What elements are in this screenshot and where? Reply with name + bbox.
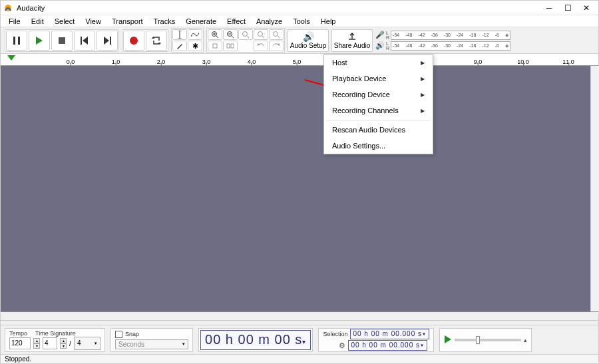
gear-icon[interactable]: ⚙ (339, 341, 345, 350)
meters-group: 🎤 LR -54-48-42-36-30-24-18-12-6◆ 🔊 LR -5… (375, 31, 510, 51)
svg-rect-1 (13, 37, 15, 45)
tempo-panel: Tempo Time Signature ▴▾ ▴▾ / 4▾ (5, 328, 105, 352)
svg-rect-30 (231, 44, 234, 48)
fit-project-button[interactable] (254, 29, 268, 40)
tempo-label: Tempo (9, 330, 27, 337)
minimize-button[interactable]: ─ (540, 1, 558, 15)
stop-button[interactable] (51, 31, 73, 51)
record-group (122, 29, 168, 52)
svg-rect-7 (110, 37, 111, 45)
menu-file[interactable]: File (3, 16, 26, 27)
svg-rect-29 (227, 44, 230, 48)
share-icon (347, 31, 357, 42)
selection-panel: Selection 00 h 00 m 00.000 s▾ ⚙ 00 h 00 … (318, 328, 434, 352)
record-button[interactable] (123, 31, 144, 51)
svg-rect-2 (18, 37, 20, 45)
svg-marker-3 (36, 37, 43, 45)
svg-line-20 (232, 36, 234, 38)
selection-tool[interactable] (172, 29, 187, 40)
dropdown-host[interactable]: Host▶ (324, 55, 433, 71)
horizontal-scrollbar[interactable] (1, 312, 598, 321)
tempo-input[interactable] (9, 337, 31, 349)
play-button[interactable] (29, 31, 50, 51)
svg-marker-6 (83, 37, 88, 45)
speaker-meter-icon[interactable]: 🔊 (375, 41, 385, 51)
dropdown-recording-device[interactable]: Recording Device▶ (324, 87, 433, 102)
menu-tracks[interactable]: Tracks (148, 16, 181, 27)
svg-point-22 (243, 32, 248, 37)
menu-view[interactable]: View (80, 16, 106, 27)
dropdown-playback-device[interactable]: Playback Device▶ (324, 71, 433, 87)
dropdown-rescan[interactable]: Rescan Audio Devices (324, 122, 433, 138)
timeline-ruler[interactable]: 0.0 1.0 2.0 3.0 4.0 5.0 9.0 10.0 11.0 (1, 54, 598, 66)
menu-analyze[interactable]: Analyze (251, 16, 288, 27)
dropdown-audio-settings[interactable]: Audio Settings... (324, 138, 433, 154)
app-title: Audacity (17, 4, 45, 12)
play-at-speed-button[interactable] (444, 335, 452, 345)
zoom-group (206, 28, 285, 53)
window-controls: ─ ☐ ✕ (540, 1, 596, 15)
svg-line-16 (216, 36, 218, 38)
mic-icon[interactable]: 🎤 (375, 31, 385, 40)
dropdown-separator (327, 120, 430, 120)
selection-end[interactable]: 00 h 00 m 00.000 s▾ (348, 340, 427, 351)
skip-end-button[interactable] (97, 31, 118, 51)
play-speed-slider[interactable] (455, 339, 521, 341)
zoom-toggle-button[interactable] (269, 29, 284, 40)
loop-button[interactable] (146, 31, 167, 51)
zoom-in-button[interactable] (208, 29, 222, 40)
audio-setup-dropdown: Host▶ Playback Device▶ Recording Device▶… (323, 54, 433, 154)
snap-label: Snap (125, 331, 139, 337)
snap-panel: Snap Seconds▾ (110, 328, 193, 352)
app-icon (3, 3, 13, 13)
svg-rect-28 (213, 44, 217, 48)
selection-label: Selection (323, 331, 347, 337)
status-text: Stopped. (5, 355, 31, 363)
maximize-button[interactable]: ☐ (558, 1, 577, 15)
menu-edit[interactable]: Edit (26, 16, 49, 27)
zoom-out-button[interactable] (223, 29, 238, 40)
pause-button[interactable] (6, 31, 27, 51)
snap-unit-select[interactable]: Seconds▾ (115, 339, 188, 349)
vertical-scrollbar[interactable] (590, 66, 599, 311)
svg-line-23 (247, 36, 249, 38)
tempo-spinner[interactable]: ▴▾ (33, 338, 40, 349)
close-button[interactable]: ✕ (577, 1, 596, 15)
multi-tool[interactable]: ✱ (188, 41, 202, 51)
share-audio-button[interactable]: Share Audio (331, 29, 373, 52)
menu-select[interactable]: Select (49, 16, 81, 27)
menu-tools[interactable]: Tools (288, 16, 315, 27)
silence-button[interactable] (223, 41, 238, 51)
timesig-num-spinner[interactable]: ▴▾ (60, 338, 67, 349)
audio-setup-button[interactable]: 🔊 Audio Setup (288, 29, 329, 52)
chevron-right-icon: ▶ (421, 76, 425, 82)
playhead-icon[interactable] (7, 55, 15, 61)
undo-button[interactable] (254, 41, 268, 51)
app-window: Audacity ─ ☐ ✕ File Edit Select View Tra… (0, 0, 599, 364)
menu-effect[interactable]: Effect (222, 16, 251, 27)
svg-point-9 (130, 37, 138, 45)
playback-meter[interactable]: -54-48-42-36-30-24-18-12-6◆ (391, 41, 510, 51)
tracks-area[interactable] (1, 66, 598, 312)
trim-button[interactable] (208, 41, 222, 51)
envelope-tool[interactable] (188, 29, 202, 40)
dropdown-recording-channels[interactable]: Recording Channels▶ (324, 102, 433, 118)
chevron-right-icon: ▶ (421, 60, 425, 66)
timesig-num[interactable] (43, 337, 57, 349)
recording-meter[interactable]: -54-48-42-36-30-24-18-12-6◆ (391, 31, 510, 40)
skip-start-button[interactable] (74, 31, 95, 51)
menu-help[interactable]: Help (315, 16, 341, 27)
time-display[interactable]: 00 h 00 m 00 s▾ (200, 330, 311, 350)
selection-start[interactable]: 00 h 00 m 00.000 s▾ (350, 329, 429, 339)
redo-button[interactable] (269, 41, 284, 51)
play-speed-panel: ▴ (439, 328, 532, 352)
draw-tool[interactable] (172, 41, 187, 51)
menu-generate[interactable]: Generate (180, 16, 222, 27)
menu-transport[interactable]: Transport (106, 16, 148, 27)
fit-selection-button[interactable] (238, 29, 253, 40)
timesig-den[interactable]: 4▾ (74, 337, 100, 350)
time-display-panel: 00 h 00 m 00 s▾ (198, 328, 313, 352)
snap-checkbox[interactable] (115, 331, 122, 338)
svg-rect-4 (59, 37, 65, 44)
bottom-panels: Tempo Time Signature ▴▾ ▴▾ / 4▾ Snap Sec… (1, 325, 598, 354)
